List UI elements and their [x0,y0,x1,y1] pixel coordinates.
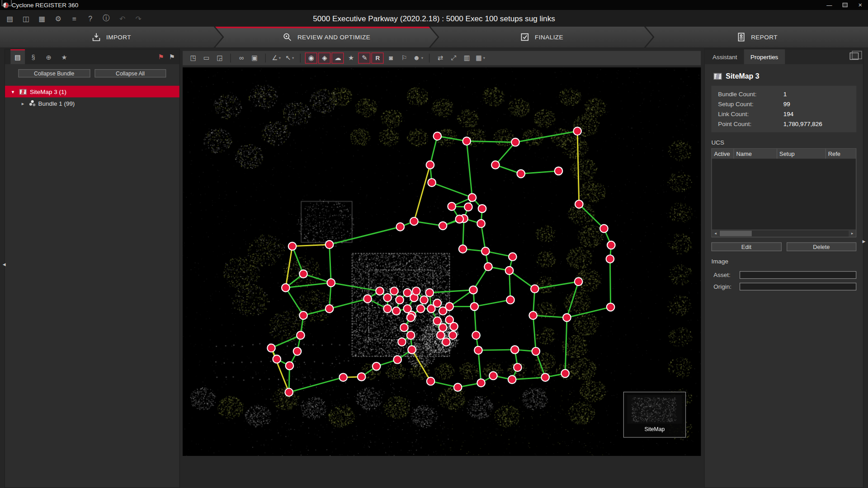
project-panel: ▤ § ⊕ ★ ⚑ ⚑ Collapse Bundle Collapse All… [5,49,180,488]
pop-out-view-button[interactable]: ▭ [200,52,212,63]
save-button[interactable]: ◫ [20,13,31,23]
select-tool-button[interactable]: ↖▾ [283,52,296,63]
tab-properties-label: Properties [750,53,778,60]
property-grid: Bundle Count: 1 Setup Count: 99 Link Cou… [711,86,856,132]
help-button[interactable]: ? [85,13,95,23]
minimap-image [627,395,682,424]
sitemap-action-button-1[interactable]: ⚑ [158,53,164,61]
redo-button[interactable]: ↷ [133,13,144,23]
measure-tool-button[interactable]: ∠▾ [270,52,283,63]
tab-project-tree[interactable]: ▤ [10,49,25,64]
property-value: 194 [783,111,850,117]
tree-item-bundle[interactable]: ▸ Bundle 1 (99) [5,98,179,109]
import-icon [91,32,101,42]
zoom-selection-button[interactable]: ◲ [214,52,226,63]
show-tags-toggle[interactable]: ◈ [318,52,330,63]
open-button[interactable]: ▤ [5,13,15,23]
expander-icon[interactable]: ▾ [12,89,16,94]
ucs-column-reference[interactable]: Refe [826,149,856,159]
show-setups-toggle[interactable]: ◉ [305,52,317,63]
ucs-column-setup[interactable]: Setup [777,149,826,159]
tab-finalize-label: FINALIZE [535,34,563,41]
person-icon: ☻ [413,54,420,62]
camera-button[interactable]: ◙ [385,52,397,63]
restore-button[interactable] [837,0,852,10]
list-icon: ≡ [72,14,76,22]
scroll-left-button[interactable]: ◄ [712,230,719,237]
swap-links-button[interactable]: ⇄ [434,52,447,63]
scroll-thumb[interactable] [720,231,752,236]
sitemap-viewport[interactable]: SiteMap [183,67,701,456]
ucs-list[interactable] [712,159,856,230]
collapse-bundle-button[interactable]: Collapse Bundle [18,69,90,77]
tab-attachments[interactable]: § [26,49,41,64]
create-image-button[interactable]: ▣ [249,52,261,63]
display-grid-button[interactable]: ▦▾ [474,52,487,63]
tab-finalize[interactable]: FINALIZE [430,27,653,48]
bundle-icon [29,103,32,105]
chevron-down-icon: ▾ [292,56,294,61]
tab-report[interactable]: REPORT [646,27,868,48]
log-button[interactable]: ≡ [69,13,80,23]
duplicate-view-button[interactable]: ◳ [187,52,199,63]
sitemap-action-button-2[interactable]: ⚑ [169,53,175,61]
workflow-bar: IMPORT REVIEW AND OPTIMIZE FINALIZE REPO… [0,27,868,48]
delete-button[interactable]: Delete [786,242,856,251]
info-button[interactable]: ⓘ [101,13,112,23]
chevron-down-icon: ▾ [279,56,281,61]
tab-web[interactable]: ⊕ [42,49,56,64]
undo-button[interactable]: ↶ [117,13,127,23]
stack-icon: ▦ [39,14,46,22]
add-user-button[interactable]: ☻▾ [411,52,425,63]
property-label: Bundle Count: [718,91,783,98]
project-tree: ▾ SiteMap 3 (1) ▸ Bundle 1 (99) [5,82,179,487]
stack-button[interactable]: ▦ [37,13,47,23]
chevron-down-icon: ▾ [421,56,423,61]
help-icon: ? [88,14,92,22]
scroll-track[interactable] [719,230,849,237]
register-icon: R [376,55,380,61]
tab-review-and-optimize[interactable]: REVIEW AND OPTIMIZE [215,27,438,48]
origin-input[interactable] [740,283,856,291]
minimize-button[interactable]: — [821,0,837,10]
create-link-button[interactable]: ∞ [235,52,247,63]
tab-properties[interactable]: Properties [744,49,785,64]
tab-favorites[interactable]: ★ [57,49,71,64]
ucs-scrollbar[interactable]: ◄ ► [712,230,856,237]
show-quality-toggle[interactable]: ★ [345,52,357,63]
edit-button[interactable]: Edit [711,242,781,251]
gear-icon: ⚙ [55,14,61,22]
collapse-left-panel-handle[interactable]: ◄ [2,262,7,267]
tree-icon: ▤ [14,53,21,61]
draw-links-toggle[interactable]: ✎ [359,52,371,63]
expander-icon[interactable]: ▸ [22,100,26,106]
layout-switch-button[interactable] [850,52,859,60]
image-section-label: Image [711,258,856,265]
tab-import[interactable]: IMPORT [0,27,222,48]
property-label: Link Count: [718,111,783,117]
ucs-column-name[interactable]: Name [734,149,778,159]
ucs-column-active[interactable]: Active [712,149,734,159]
ucs-section-label: UCS [711,139,856,145]
geo-tag-button[interactable]: ⚐ [398,52,410,63]
thumbnails-button[interactable]: ▥ [461,52,473,63]
asset-input[interactable] [740,271,856,279]
camera-icon: ◙ [389,54,393,62]
tree-item-sitemap[interactable]: ▾ SiteMap 3 (1) [5,86,179,98]
minimap[interactable]: SiteMap [623,392,686,438]
fit-view-button[interactable]: ⤢ [448,52,460,63]
properties-panel: Assistant Properties SiteMap 3 Bundle Co… [704,49,864,488]
collapse-right-panel-handle[interactable]: ► [861,239,866,244]
scroll-right-button[interactable]: ► [849,230,856,237]
ucs-table: Active Name Setup Refe ◄ ► [711,148,856,237]
settings-button[interactable]: ⚙ [52,13,63,23]
tab-import-label: IMPORT [106,34,131,41]
close-button[interactable]: × [853,0,868,10]
show-cloud-toggle[interactable]: ☁ [332,52,344,63]
expand-icon: ⤢ [451,54,457,62]
tab-assistant[interactable]: Assistant [706,49,744,64]
auto-register-toggle[interactable]: R [372,52,384,63]
measure-icon: ∠ [272,54,278,62]
collapse-all-button[interactable]: Collapse All [94,69,166,77]
swap-icon: ⇄ [438,54,443,62]
